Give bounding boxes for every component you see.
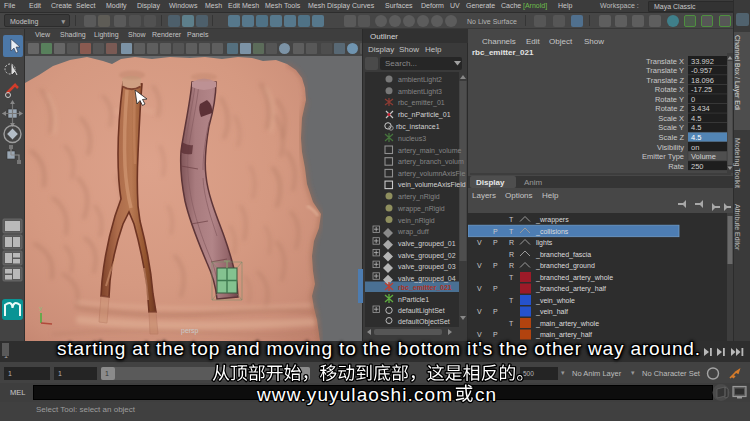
svg-text:www.yuyulaoshi.com: www.yuyulaoshi.com: [256, 384, 453, 405]
svg-text:cn: cn: [475, 384, 497, 405]
